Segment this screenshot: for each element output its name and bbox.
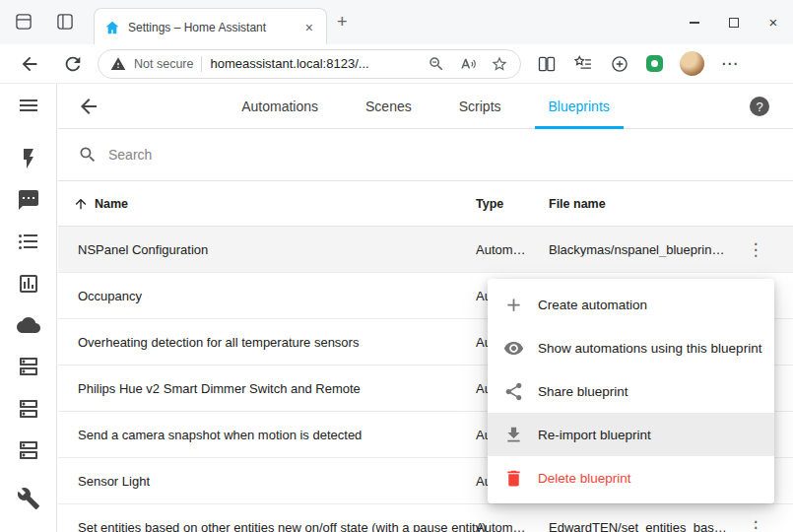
developer-tools-icon[interactable] xyxy=(17,487,40,510)
row-name: Overheating detection for all temperatur… xyxy=(78,335,359,350)
column-header-file[interactable]: File name xyxy=(549,197,606,211)
address-divider xyxy=(201,56,202,72)
table-row[interactable]: NSPanel Configuration Autom… Blackymas/n… xyxy=(58,227,793,273)
cloud-icon[interactable] xyxy=(17,313,40,337)
row-file: Blackymas/nspanel_blueprin… xyxy=(549,242,746,257)
workspaces-icon[interactable] xyxy=(14,12,33,32)
column-header-type[interactable]: Type xyxy=(476,197,503,211)
collections-icon[interactable] xyxy=(610,54,629,74)
search-icon xyxy=(78,145,98,165)
search-row xyxy=(58,129,793,180)
browser-toolbar: Not secure homeassistant.local:8123/... xyxy=(0,44,793,84)
maximize-button[interactable] xyxy=(714,0,754,44)
row-type: Autom… xyxy=(476,520,543,532)
window-controls: × xyxy=(675,0,793,44)
row-name: NSPanel Configuration xyxy=(78,242,208,257)
vertical-tabs-icon[interactable] xyxy=(55,12,75,32)
profile-avatar[interactable] xyxy=(680,51,704,76)
split-screen-icon[interactable] xyxy=(537,54,557,74)
browser-tab[interactable]: Settings – Home Assistant × xyxy=(94,8,327,45)
refresh-icon[interactable] xyxy=(62,53,84,75)
menu-item-label: Create automation xyxy=(538,298,647,312)
home-assistant-favicon xyxy=(104,20,120,35)
favorite-star-icon[interactable] xyxy=(491,55,508,73)
download-icon xyxy=(503,425,524,445)
share-icon xyxy=(503,381,524,402)
row-more-icon[interactable]: ⋮ xyxy=(744,239,767,260)
energy-icon[interactable] xyxy=(17,147,40,170)
tab-blueprints[interactable]: Blueprints xyxy=(535,84,624,129)
context-menu: Create automation Show automations using… xyxy=(488,279,774,503)
menu-item-delete-blueprint[interactable]: Delete blueprint xyxy=(488,456,774,499)
server-icon-2[interactable] xyxy=(17,397,40,421)
read-aloud-icon[interactable] xyxy=(459,55,477,73)
ha-header: Automations Scenes Scripts Blueprints ? xyxy=(58,84,793,129)
tab-scenes[interactable]: Scenes xyxy=(352,84,426,129)
menu-item-label: Show automations using this blueprint xyxy=(538,341,761,356)
row-name: Occupancy xyxy=(78,289,142,303)
tab-close-icon[interactable]: × xyxy=(302,20,316,35)
menu-item-share-blueprint[interactable]: Share blueprint xyxy=(488,369,774,413)
url-text[interactable]: homeassistant.local:8123/... xyxy=(210,56,414,71)
row-name: Philips Hue v2 Smart Dimmer Switch and R… xyxy=(78,381,361,396)
row-name: Set entities based on other entities new… xyxy=(78,520,487,532)
sort-ascending-icon xyxy=(73,196,89,212)
not-secure-warning-icon[interactable] xyxy=(110,56,126,72)
menu-item-label: Re-import blueprint xyxy=(538,428,651,442)
new-tab-button[interactable]: + xyxy=(337,12,348,32)
menu-icon[interactable] xyxy=(17,94,40,117)
plus-icon xyxy=(503,295,524,315)
menu-item-show-automations[interactable]: Show automations using this blueprint xyxy=(488,326,774,369)
security-label: Not secure xyxy=(134,57,193,71)
server-icon-1[interactable] xyxy=(17,355,40,378)
minimize-button[interactable] xyxy=(675,0,714,44)
help-icon[interactable]: ? xyxy=(750,97,769,116)
column-header-name[interactable]: Name xyxy=(95,197,128,211)
tab-scripts[interactable]: Scripts xyxy=(445,84,515,129)
row-type: Autom… xyxy=(476,242,543,257)
row-name: Sensor Light xyxy=(78,474,150,489)
search-input[interactable] xyxy=(108,147,404,163)
toolbar-actions: ⋯ xyxy=(537,51,738,76)
ha-nav-tabs: Automations Scenes Scripts Blueprints xyxy=(58,84,793,129)
browser-menu-icon[interactable]: ⋯ xyxy=(721,54,738,74)
server-icon-3[interactable] xyxy=(17,438,40,462)
row-file: EdwardTEN/set_entities_bas… xyxy=(549,520,746,532)
ha-sidebar xyxy=(0,84,57,532)
row-name: Send a camera snapshot when motion is de… xyxy=(78,428,362,442)
browser-window: Settings – Home Assistant × + × Not secu… xyxy=(0,0,793,532)
assist-icon[interactable] xyxy=(17,188,40,212)
tab-title: Settings – Home Assistant xyxy=(128,21,295,34)
close-button[interactable]: × xyxy=(754,0,793,44)
trash-icon xyxy=(503,468,524,489)
back-icon[interactable] xyxy=(19,53,40,75)
extension-icon[interactable] xyxy=(646,55,663,72)
favorites-icon[interactable] xyxy=(573,54,593,74)
eye-icon xyxy=(503,338,524,359)
table-row[interactable]: Set entities based on other entities new… xyxy=(58,504,793,532)
row-more-icon[interactable]: ⋮ xyxy=(744,517,767,532)
browser-titlebar: Settings – Home Assistant × + × xyxy=(0,0,793,44)
menu-item-label: Share blueprint xyxy=(538,384,628,399)
table-header: Name Type File name xyxy=(58,180,793,227)
zoom-out-icon[interactable] xyxy=(428,55,445,73)
menu-item-label: Delete blueprint xyxy=(538,471,631,486)
todo-list-icon[interactable] xyxy=(17,230,40,253)
tab-automations[interactable]: Automations xyxy=(228,84,332,129)
history-icon[interactable] xyxy=(17,272,40,296)
menu-item-reimport-blueprint[interactable]: Re-import blueprint xyxy=(488,413,774,456)
menu-item-create-automation[interactable]: Create automation xyxy=(488,283,774,326)
address-bar[interactable]: Not secure homeassistant.local:8123/... xyxy=(98,49,521,79)
